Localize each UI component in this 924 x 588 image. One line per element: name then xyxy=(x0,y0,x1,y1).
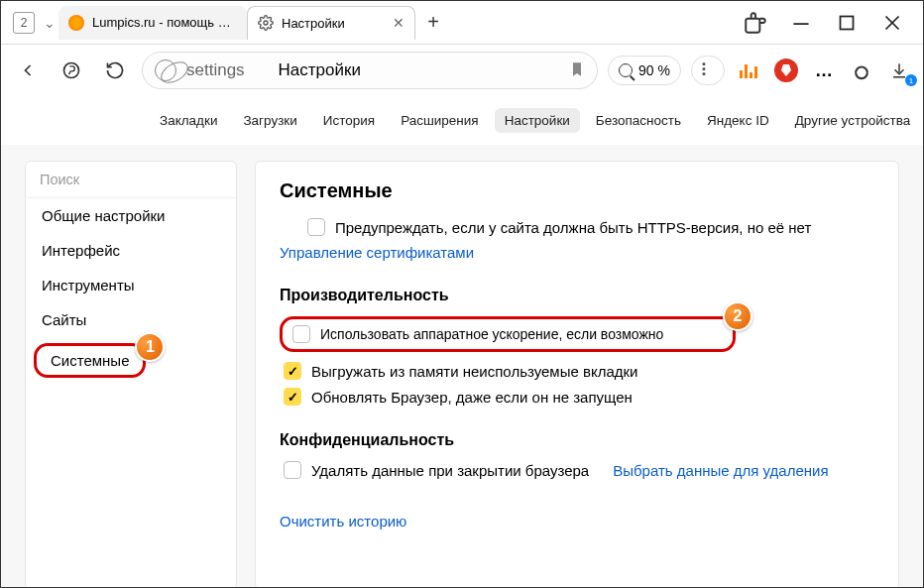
link-clear-history[interactable]: Очистить историю xyxy=(280,513,406,529)
tab-label: Lumpics.ru - помощь с компьютером xyxy=(92,15,237,30)
address-bar[interactable]: settings Настройки xyxy=(142,52,598,89)
sidebar-item-interface[interactable]: Интерфейс xyxy=(26,233,236,268)
nav-bookmarks[interactable]: Закладки xyxy=(150,108,227,133)
link-choose-data[interactable]: Выбрать данные для удаления xyxy=(613,462,828,479)
close-icon[interactable]: ✕ xyxy=(393,15,404,31)
label-bg-update: Обновлять Браузер, даже если он не запущ… xyxy=(311,389,633,406)
nav-security[interactable]: Безопасность xyxy=(586,108,691,133)
svg-point-6 xyxy=(64,63,79,78)
magnifier-icon xyxy=(619,63,633,77)
settings-nav: Закладки Загрузки История Расширения Нас… xyxy=(1,96,923,145)
download-count-badge: 1 xyxy=(905,74,917,86)
checkbox-clear-on-close[interactable] xyxy=(284,461,301,479)
chevron-down-icon[interactable]: ⌄ xyxy=(41,15,58,31)
settings-sidebar: Поиск Общие настройки Интерфейс Инструме… xyxy=(25,161,237,588)
label-hw-accel: Использовать аппаратное ускорение, если … xyxy=(320,326,663,342)
svg-rect-3 xyxy=(841,16,854,29)
highlighted-hw-accel: Использовать аппаратное ускорение, если … xyxy=(280,316,736,352)
nav-extensions[interactable]: Расширения xyxy=(391,108,489,133)
tab-count[interactable]: 2 xyxy=(13,12,35,34)
nav-other-devices[interactable]: Другие устройства xyxy=(785,108,921,133)
feedback-icon[interactable] xyxy=(848,57,875,84)
settings-main: Системные Предупреждать, если у сайта до… xyxy=(255,161,899,588)
back-button[interactable] xyxy=(11,54,45,87)
zoom-chip[interactable]: 90 % xyxy=(608,56,681,85)
section-heading-performance: Производительность xyxy=(280,287,874,304)
checkbox-hw-accel[interactable] xyxy=(292,325,310,343)
label-clear-on-close: Удалять данные при закрытии браузера xyxy=(311,462,589,479)
tab-label: Настройки xyxy=(282,16,385,31)
checkbox-unload-tabs[interactable] xyxy=(284,362,301,380)
checkbox-bg-update[interactable] xyxy=(284,388,301,406)
reload-button[interactable] xyxy=(98,54,132,87)
svg-point-0 xyxy=(264,21,268,25)
gear-icon xyxy=(258,15,274,31)
nav-history[interactable]: История xyxy=(313,108,385,133)
nav-yandex-id[interactable]: Яндекс ID xyxy=(697,108,779,133)
label-https-warn: Предупреждать, если у сайта должна быть … xyxy=(335,219,811,236)
menu-button[interactable]: ⠇ xyxy=(691,56,725,85)
nav-downloads[interactable]: Загрузки xyxy=(233,108,306,133)
globe-icon xyxy=(155,59,176,81)
maximize-icon[interactable] xyxy=(834,10,860,36)
tab-lumpics[interactable]: Lumpics.ru - помощь с компьютером xyxy=(58,6,247,40)
downloads-button[interactable]: 1 xyxy=(885,57,913,84)
section-heading-privacy: Конфиденциальность xyxy=(280,431,874,449)
favicon-icon xyxy=(68,15,84,31)
url-host: settings xyxy=(186,60,245,80)
sidebar-item-general[interactable]: Общие настройки xyxy=(26,198,236,233)
label-unload-tabs: Выгружать из памяти неиспользуемые вклад… xyxy=(311,363,637,380)
extensions-icon[interactable] xyxy=(743,10,768,36)
annotation-badge-1: 1 xyxy=(135,332,165,362)
url-title: Настройки xyxy=(279,60,361,80)
link-manage-certificates[interactable]: Управление сертификатами xyxy=(280,244,474,261)
checkbox-https-warn[interactable] xyxy=(307,218,325,236)
sidebar-item-system[interactable]: Системные 1 xyxy=(34,343,146,378)
tab-settings[interactable]: Настройки ✕ xyxy=(247,6,415,40)
window-close-icon[interactable] xyxy=(879,10,905,36)
sidebar-item-label: Системные xyxy=(51,352,129,369)
yandex-icon[interactable] xyxy=(55,54,88,87)
sidebar-search[interactable]: Поиск xyxy=(26,162,236,198)
music-extension-icon[interactable] xyxy=(735,57,762,84)
bookmark-icon[interactable] xyxy=(569,59,585,82)
sidebar-item-sites[interactable]: Сайты xyxy=(26,302,236,337)
minimize-icon[interactable] xyxy=(788,10,814,36)
section-heading-system: Системные xyxy=(280,179,874,202)
zoom-value: 90 % xyxy=(638,62,670,78)
new-tab-button[interactable]: + xyxy=(419,9,447,37)
adblock-extension-icon[interactable] xyxy=(772,57,800,84)
annotation-badge-2: 2 xyxy=(723,301,752,331)
more-button[interactable]: … xyxy=(810,57,838,84)
sidebar-item-tools[interactable]: Инструменты xyxy=(26,268,236,302)
svg-rect-1 xyxy=(746,18,759,32)
nav-settings[interactable]: Настройки xyxy=(495,108,580,133)
